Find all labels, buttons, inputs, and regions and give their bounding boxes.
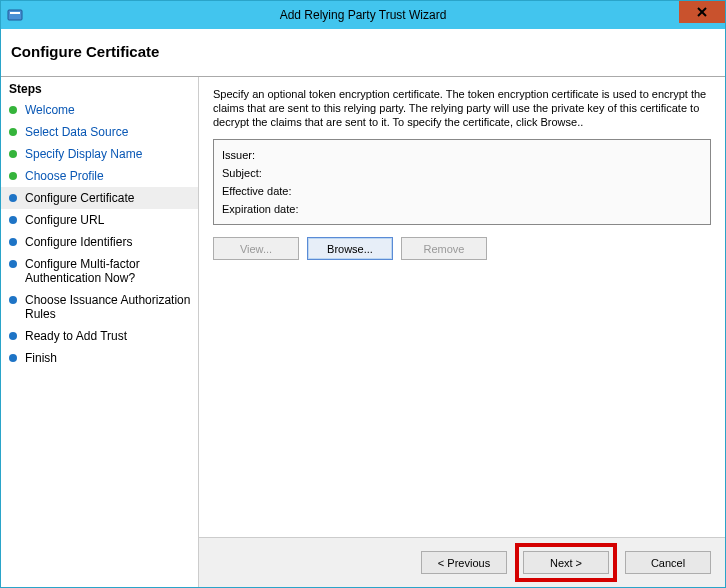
step-done-icon (9, 172, 17, 180)
cert-subject-label: Subject: (222, 164, 702, 182)
browse-button[interactable]: Browse... (307, 237, 393, 260)
svg-rect-1 (10, 12, 20, 14)
steps-header: Steps (1, 79, 198, 99)
step-label: Configure URL (25, 213, 104, 227)
step-configure-identifiers: Configure Identifiers (1, 231, 198, 253)
steps-sidebar: Steps Welcome Select Data Source Specify… (1, 77, 199, 587)
step-configure-url: Configure URL (1, 209, 198, 231)
step-label: Choose Profile (25, 169, 104, 183)
step-label: Choose Issuance Authorization Rules (25, 293, 192, 321)
step-upcoming-icon (9, 260, 17, 268)
step-label: Configure Certificate (25, 191, 134, 205)
step-label: Configure Identifiers (25, 235, 132, 249)
cert-expiration-label: Expiration date: (222, 200, 702, 218)
step-choose-profile[interactable]: Choose Profile (1, 165, 198, 187)
step-upcoming-icon (9, 332, 17, 340)
next-button[interactable]: Next > (523, 551, 609, 574)
step-label: Welcome (25, 103, 75, 117)
instructions-text: Specify an optional token encryption cer… (213, 87, 711, 129)
step-upcoming-icon (9, 238, 17, 246)
step-authz-rules: Choose Issuance Authorization Rules (1, 289, 198, 325)
content-pane: Specify an optional token encryption cer… (199, 77, 725, 587)
cert-issuer-label: Issuer: (222, 146, 702, 164)
close-icon (696, 6, 708, 18)
previous-button[interactable]: < Previous (421, 551, 507, 574)
step-done-icon (9, 150, 17, 158)
step-upcoming-icon (9, 216, 17, 224)
titlebar: Add Relying Party Trust Wizard (1, 1, 725, 29)
page-header: Configure Certificate (1, 29, 725, 77)
page-title: Configure Certificate (11, 43, 715, 60)
step-label: Select Data Source (25, 125, 128, 139)
step-done-icon (9, 106, 17, 114)
step-ready-to-add: Ready to Add Trust (1, 325, 198, 347)
close-button[interactable] (679, 1, 725, 23)
certificate-details-box: Issuer: Subject: Effective date: Expirat… (213, 139, 711, 225)
svg-rect-0 (8, 10, 22, 20)
wizard-body: Steps Welcome Select Data Source Specify… (1, 77, 725, 587)
cert-effective-label: Effective date: (222, 182, 702, 200)
app-icon (7, 7, 23, 23)
step-configure-certificate[interactable]: Configure Certificate (1, 187, 198, 209)
cancel-button[interactable]: Cancel (625, 551, 711, 574)
step-finish: Finish (1, 347, 198, 369)
step-specify-display-name[interactable]: Specify Display Name (1, 143, 198, 165)
remove-button: Remove (401, 237, 487, 260)
cert-buttons-row: View... Browse... Remove (213, 237, 711, 260)
spacer (213, 260, 711, 537)
step-configure-mfa: Configure Multi-factor Authentication No… (1, 253, 198, 289)
step-welcome[interactable]: Welcome (1, 99, 198, 121)
window-title: Add Relying Party Trust Wizard (1, 8, 725, 22)
step-done-icon (9, 128, 17, 136)
wizard-footer: < Previous Next > Cancel (199, 537, 725, 587)
step-upcoming-icon (9, 296, 17, 304)
step-label: Ready to Add Trust (25, 329, 127, 343)
step-label: Configure Multi-factor Authentication No… (25, 257, 192, 285)
view-button: View... (213, 237, 299, 260)
step-current-icon (9, 194, 17, 202)
wizard-window: Add Relying Party Trust Wizard Configure… (0, 0, 726, 588)
step-select-data-source[interactable]: Select Data Source (1, 121, 198, 143)
next-highlight: Next > (515, 543, 617, 582)
step-label: Specify Display Name (25, 147, 142, 161)
step-label: Finish (25, 351, 57, 365)
step-upcoming-icon (9, 354, 17, 362)
